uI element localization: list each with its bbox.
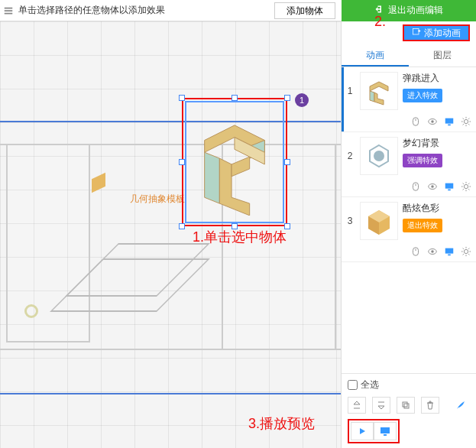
tab-animation[interactable]: 动画 <box>342 44 409 67</box>
effect-tag: 退出特效 <box>403 219 442 232</box>
svg-point-32 <box>464 249 468 253</box>
svg-marker-37 <box>360 428 365 434</box>
list-icon <box>3 5 14 16</box>
effect-name: 弹跳进入 <box>403 72 471 85</box>
monitor-icon[interactable] <box>444 246 455 257</box>
gear-icon[interactable] <box>461 181 471 192</box>
add-animation-button[interactable]: 添加动画 <box>403 24 470 41</box>
svg-rect-35 <box>403 402 407 407</box>
effects-list: 1 弹跳进入 进入特效 2 <box>342 67 476 373</box>
svg-marker-9 <box>374 93 384 105</box>
svg-rect-39 <box>384 434 387 436</box>
preview-monitor-button[interactable] <box>374 422 397 440</box>
c-logo-graphic <box>189 110 280 216</box>
selected-object[interactable]: 1 <box>182 98 287 226</box>
effect-item-2[interactable]: 2 梦幻背景 强调特效 <box>342 132 476 197</box>
select-all-label: 全选 <box>361 378 379 391</box>
svg-point-23 <box>464 184 468 188</box>
gear-icon[interactable] <box>461 246 471 257</box>
effect-item-1[interactable]: 1 弹跳进入 进入特效 <box>342 67 476 132</box>
svg-rect-14 <box>448 125 451 126</box>
canvas-text-label: 几何抽象模板 <box>130 193 185 206</box>
svg-rect-21 <box>445 183 454 189</box>
eye-icon[interactable] <box>427 246 438 257</box>
annotation-1: 1.单击选中物体 <box>193 228 287 246</box>
monitor-icon[interactable] <box>444 116 455 127</box>
guide-line-bottom <box>0 393 341 394</box>
gear-icon[interactable] <box>461 116 471 127</box>
annotation-3: 3.播放预览 <box>248 414 315 433</box>
top-bar: 单击选择路径的任意物体以添加效果 添加物体 退出动画编辑 <box>0 0 476 21</box>
bottom-bar: 全选 <box>342 373 476 448</box>
svg-point-20 <box>431 185 434 188</box>
eye-icon[interactable] <box>427 116 438 127</box>
decor-ring-1 <box>24 304 38 318</box>
effect-controls <box>410 181 471 192</box>
effect-body: 弹跳进入 进入特效 <box>403 72 471 110</box>
move-up-button[interactable] <box>348 397 366 414</box>
effect-thumbnail <box>360 202 398 240</box>
svg-rect-30 <box>445 248 454 254</box>
svg-rect-22 <box>448 190 451 191</box>
delete-button[interactable] <box>421 397 439 414</box>
resize-handle-r[interactable] <box>284 159 290 165</box>
move-down-button[interactable] <box>372 397 390 414</box>
main-area: 几何抽象模板 1 <box>0 21 476 448</box>
svg-marker-8 <box>370 91 374 102</box>
mouse-icon[interactable] <box>410 116 421 127</box>
add-object-button[interactable]: 添加物体 <box>274 2 335 19</box>
effect-index: 3 <box>345 202 355 240</box>
effect-index: 2 <box>345 137 355 175</box>
brush-button[interactable] <box>452 397 470 414</box>
decor-wire-2 <box>76 258 183 312</box>
resize-handle-l[interactable] <box>179 159 185 165</box>
monitor-icon[interactable] <box>444 181 455 192</box>
play-button[interactable] <box>351 422 374 440</box>
effect-controls <box>410 116 471 127</box>
guide-line-top <box>0 121 341 122</box>
select-all-checkbox[interactable] <box>348 380 358 390</box>
svg-rect-13 <box>445 118 454 124</box>
effect-name: 酷炫色彩 <box>403 202 471 215</box>
mouse-icon[interactable] <box>410 246 421 257</box>
room-wall-left <box>6 144 90 342</box>
svg-point-29 <box>431 250 434 253</box>
annotation-2: 2. <box>374 14 386 30</box>
effect-thumbnail <box>360 72 398 110</box>
effect-name: 梦幻背景 <box>403 137 471 150</box>
svg-rect-31 <box>448 255 451 256</box>
effect-body: 酷炫色彩 退出特效 <box>403 202 471 240</box>
svg-point-15 <box>464 119 468 123</box>
side-tabs: 动画 图层 <box>342 44 476 67</box>
resize-handle-tl[interactable] <box>179 95 185 101</box>
selection-index-badge: 1 <box>295 93 309 107</box>
select-all-row: 全选 <box>348 378 470 391</box>
effect-tag: 进入特效 <box>403 89 442 102</box>
svg-rect-38 <box>380 427 390 433</box>
top-hint-text: 单击选择路径的任意物体以添加效果 <box>18 4 165 17</box>
resize-handle-bl[interactable] <box>179 223 185 229</box>
add-animation-label: 添加动画 <box>424 27 461 40</box>
effect-item-3[interactable]: 3 酷炫色彩 退出特效 <box>342 197 476 262</box>
mouse-icon[interactable] <box>410 181 421 192</box>
action-row <box>348 396 470 414</box>
canvas-pane[interactable]: 几何抽象模板 1 <box>0 21 342 448</box>
side-panel: 添加动画 动画 图层 1 弹跳进入 进入特效 <box>342 21 476 448</box>
eye-icon[interactable] <box>427 181 438 192</box>
exit-animation-edit-button[interactable]: 退出动画编辑 <box>342 0 476 21</box>
add-animation-row: 添加动画 <box>342 21 476 44</box>
svg-marker-4 <box>232 157 250 177</box>
svg-rect-6 <box>413 28 419 34</box>
resize-handle-tr[interactable] <box>284 95 290 101</box>
svg-rect-36 <box>404 404 409 408</box>
add-animation-icon <box>412 28 421 39</box>
resize-handle-t[interactable] <box>232 95 238 101</box>
tab-layer[interactable]: 图层 <box>409 44 476 67</box>
svg-point-17 <box>374 151 384 161</box>
decor-cube-1 <box>92 176 105 190</box>
top-hint-area: 单击选择路径的任意物体以添加效果 <box>0 4 274 17</box>
effect-tag: 强调特效 <box>403 154 442 167</box>
effect-body: 梦幻背景 强调特效 <box>403 137 471 175</box>
copy-button[interactable] <box>397 397 415 414</box>
preview-play-group <box>348 419 400 443</box>
